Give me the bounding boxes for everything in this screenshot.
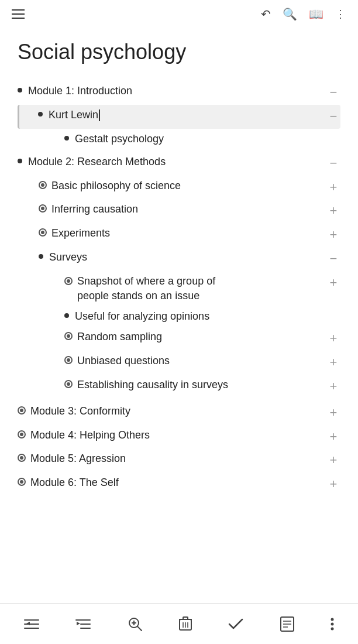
item-content: Unbiased questions	[64, 354, 322, 368]
list-item[interactable]: Unbiased questions +	[64, 351, 340, 375]
expand-button[interactable]: +	[326, 475, 340, 494]
expand-button[interactable]: +	[326, 428, 340, 446]
item-content: Surveys	[39, 250, 322, 265]
item-label: Gestalt psychology	[75, 132, 164, 146]
bullet-circle-icon	[18, 406, 26, 415]
item-content: Establishing causality in surveys	[64, 378, 322, 392]
svg-line-9	[137, 626, 142, 631]
search-icon[interactable]: 🔍	[283, 7, 297, 21]
check-button[interactable]	[223, 613, 248, 635]
expand-button[interactable]: +	[326, 226, 340, 244]
item-label: Snapshot of where a group ofpeople stand…	[77, 274, 215, 303]
outline-list: Module 1: Introduction − Kurt Lewin − Ge…	[18, 81, 340, 496]
list-item[interactable]: Module 2: Research Methods −	[18, 152, 340, 176]
zoom-in-button[interactable]	[123, 612, 147, 636]
toolbar-right: ↶ 🔍 📖 ⋮	[261, 7, 346, 21]
svg-rect-2	[24, 628, 39, 629]
item-label: Module 6: The Self	[30, 475, 119, 490]
bullet-dot-icon	[64, 313, 69, 318]
item-label: Module 1: Introduction	[28, 84, 132, 98]
bullet-circle-icon	[39, 228, 47, 237]
list-item[interactable]: Random sampling +	[64, 327, 340, 351]
delete-button[interactable]	[174, 612, 197, 636]
item-label: Module 3: Conformity	[30, 404, 130, 419]
item-label: Kurt Lewin	[49, 108, 100, 122]
item-label: Experiments	[51, 226, 110, 241]
item-content: Kurt Lewin	[38, 108, 322, 122]
expand-button[interactable]: +	[326, 404, 340, 422]
list-item[interactable]: Establishing causality in surveys +	[64, 375, 340, 399]
bullet-circle-icon	[64, 380, 73, 388]
expand-button[interactable]: +	[326, 274, 340, 292]
item-label: Inferring causation	[51, 202, 138, 217]
top-toolbar: ↶ 🔍 📖 ⋮	[0, 0, 358, 28]
svg-rect-0	[24, 619, 39, 621]
svg-point-22	[331, 618, 333, 621]
expand-button[interactable]: +	[326, 354, 340, 372]
list-item[interactable]: Module 5: Agression +	[18, 448, 340, 472]
collapse-button[interactable]: −	[326, 155, 340, 173]
item-content: Module 6: The Self	[18, 475, 322, 490]
list-item[interactable]: Inferring causation +	[39, 199, 340, 223]
item-label: Unbiased questions	[77, 354, 170, 368]
list-item[interactable]: Useful for analyzing opinions	[64, 306, 340, 327]
item-content: Module 1: Introduction	[18, 84, 322, 98]
svg-rect-1	[24, 624, 39, 625]
list-item[interactable]: Surveys −	[39, 247, 340, 271]
item-content: Module 2: Research Methods	[18, 155, 322, 169]
bullet-dot-icon	[64, 136, 69, 141]
item-content: Module 4: Helping Others	[18, 428, 322, 443]
list-item[interactable]: Basic philosophy of science +	[39, 176, 340, 200]
item-content: Inferring causation	[39, 202, 322, 217]
item-label: Useful for analyzing opinions	[75, 309, 209, 324]
expand-button[interactable]: +	[326, 330, 340, 348]
list-item[interactable]: Experiments +	[39, 223, 340, 247]
item-content: Basic philosophy of science	[39, 179, 322, 193]
item-label: Module 4: Helping Others	[30, 428, 150, 443]
bullet-circle-icon	[18, 430, 26, 439]
collapse-button[interactable]: −	[326, 84, 340, 102]
bullet-dot-icon	[18, 88, 22, 93]
item-content: Snapshot of where a group ofpeople stand…	[64, 274, 322, 303]
list-item[interactable]: Gestalt psychology	[64, 129, 340, 149]
bullet-circle-icon	[64, 277, 73, 285]
back-icon[interactable]: ↶	[261, 7, 271, 21]
item-content: Module 3: Conformity	[18, 404, 322, 419]
item-content: Useful for analyzing opinions	[64, 309, 340, 324]
list-item[interactable]: Module 1: Introduction −	[18, 81, 340, 105]
item-label: Surveys	[49, 250, 87, 265]
list-item[interactable]: Kurt Lewin −	[18, 105, 340, 129]
item-label: Module 2: Research Methods	[28, 155, 166, 169]
page-title: Social psychology	[18, 40, 340, 64]
expand-button[interactable]: +	[326, 451, 340, 470]
svg-marker-3	[26, 622, 30, 625]
indent-right-button[interactable]	[71, 613, 95, 635]
note-button[interactable]	[276, 612, 299, 636]
item-content: Module 5: Agression	[18, 451, 322, 466]
bullet-circle-icon	[39, 204, 47, 213]
indent-left-button[interactable]	[19, 613, 44, 635]
item-label: Random sampling	[77, 330, 162, 344]
menu-button[interactable]	[12, 9, 25, 19]
expand-button[interactable]: +	[326, 179, 340, 197]
list-item[interactable]: Module 4: Helping Others +	[18, 425, 340, 449]
bullet-dot-icon	[38, 112, 43, 117]
list-item[interactable]: Module 6: The Self +	[18, 472, 340, 496]
toolbar-left	[12, 9, 25, 19]
expand-button[interactable]: +	[326, 202, 340, 220]
book-icon[interactable]: 📖	[309, 7, 323, 21]
text-cursor	[99, 109, 100, 121]
list-item[interactable]: Snapshot of where a group ofpeople stand…	[64, 271, 340, 306]
item-label: Basic philosophy of science	[51, 179, 181, 193]
collapse-button[interactable]: −	[326, 108, 340, 126]
bullet-dot-icon	[39, 254, 43, 259]
list-item[interactable]: Module 3: Conformity +	[18, 401, 340, 425]
more-options-button[interactable]	[326, 612, 339, 636]
expand-button[interactable]: +	[326, 378, 340, 396]
bullet-circle-icon	[64, 356, 73, 364]
item-content: Gestalt psychology	[64, 132, 340, 146]
collapse-button[interactable]: −	[326, 250, 340, 268]
main-content: Social psychology Module 1: Introduction…	[0, 28, 358, 644]
svg-rect-5	[80, 624, 91, 625]
more-icon[interactable]: ⋮	[335, 8, 346, 20]
